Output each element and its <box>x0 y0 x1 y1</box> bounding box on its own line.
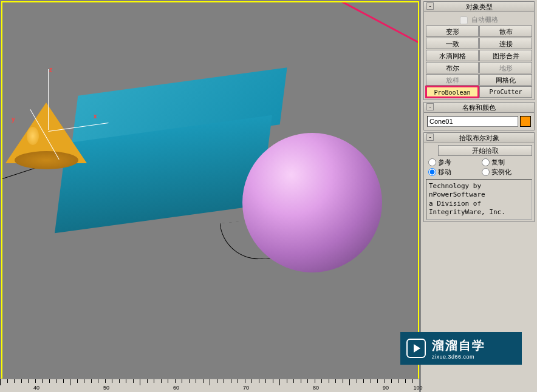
pick-option-label: 移动 <box>438 167 451 177</box>
cone-object[interactable] <box>5 96 87 169</box>
ruler-label: 90 <box>383 385 389 391</box>
pick-option[interactable]: 复制 <box>482 158 530 167</box>
布尔-button[interactable]: 布尔 <box>426 62 479 73</box>
start-pick-button[interactable]: 开始拾取 <box>438 145 532 156</box>
连接-button[interactable]: 连接 <box>479 38 532 49</box>
rollout-header[interactable]: - 名称和颜色 <box>424 103 534 113</box>
rollout-header[interactable]: - 对象类型 <box>424 2 534 12</box>
rollout-title: 对象类型 <box>466 3 493 10</box>
viewport[interactable]: x y z ◂▸ <box>1 1 419 391</box>
proboolean-button[interactable]: ProBoolean <box>426 86 479 98</box>
地形-button: 地形 <box>479 62 532 73</box>
auto-grid-row: 自动栅格 <box>426 14 532 25</box>
pick-radio[interactable] <box>482 168 490 176</box>
ruler-label: 50 <box>103 385 109 391</box>
pick-radio[interactable] <box>428 168 436 176</box>
pick-radio[interactable] <box>428 158 436 166</box>
rollout-title: 拾取布尔对象 <box>459 134 499 141</box>
object-name-input[interactable] <box>427 116 518 127</box>
ruler-label: 80 <box>313 385 319 391</box>
pick-option[interactable]: 移动 <box>428 167 477 177</box>
play-icon <box>406 339 426 358</box>
ruler-label: 40 <box>33 385 39 391</box>
pick-option-label: 参考 <box>438 158 451 167</box>
pick-option[interactable]: 实例化 <box>482 167 530 177</box>
watermark: 溜溜自学 zixue.3d66.com <box>400 332 522 365</box>
technology-credit: Technology bynPowerSoftwarea Division of… <box>426 179 532 220</box>
rollout-header[interactable]: - 拾取布尔对象 <box>424 133 534 143</box>
sphere-object[interactable] <box>242 133 382 272</box>
object-type-rollout: - 对象类型 自动栅格 变形散布一致连接水滴网格图形合并布尔地形放样网格化Pro… <box>423 1 535 100</box>
collapse-icon[interactable]: - <box>426 133 434 141</box>
name-color-rollout: - 名称和颜色 <box>423 102 535 130</box>
ruler-label: 70 <box>243 385 249 391</box>
变形-button[interactable]: 变形 <box>426 25 479 37</box>
time-ruler[interactable]: 405060708090100 <box>0 379 419 392</box>
procutter-button[interactable]: ProCutter <box>479 86 532 98</box>
图形合并-button[interactable]: 图形合并 <box>479 50 532 61</box>
pick-option-label: 复制 <box>491 158 505 167</box>
ruler-label: 60 <box>173 385 179 391</box>
auto-grid-label: 自动栅格 <box>471 16 498 23</box>
collapse-icon[interactable]: - <box>426 2 434 10</box>
gizmo-z-label: z <box>49 66 52 73</box>
pick-boolean-rollout: - 拾取布尔对象 开始拾取 参考复制移动实例化 Technology bynPo… <box>423 132 535 222</box>
一致-button[interactable]: 一致 <box>426 38 479 49</box>
pick-radio[interactable] <box>482 158 490 166</box>
watermark-url: zixue.3d66.com <box>432 354 485 360</box>
rollout-title: 名称和颜色 <box>462 104 496 111</box>
放样-button: 放样 <box>426 74 479 86</box>
水滴网格-button[interactable]: 水滴网格 <box>426 50 479 61</box>
pick-option-label: 实例化 <box>491 167 511 177</box>
ruler-label: 100 <box>413 385 422 391</box>
collapse-icon[interactable]: - <box>426 103 434 110</box>
pick-option[interactable]: 参考 <box>428 158 477 167</box>
网格化-button[interactable]: 网格化 <box>479 74 532 86</box>
scene-3d: x y z <box>2 2 418 367</box>
watermark-title: 溜溜自学 <box>432 337 485 354</box>
annotation-arrow <box>258 7 419 101</box>
散布-button[interactable]: 散布 <box>479 25 532 37</box>
auto-grid-checkbox[interactable] <box>460 16 468 24</box>
object-color-swatch[interactable] <box>520 116 531 127</box>
